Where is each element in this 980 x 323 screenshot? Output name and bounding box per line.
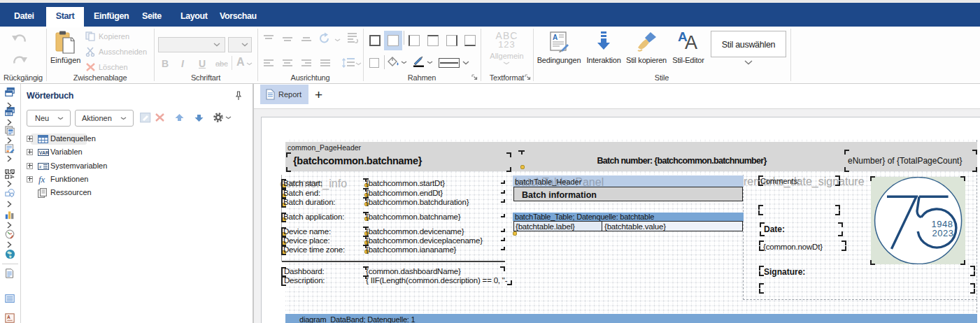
svg-text:VAR: VAR <box>39 150 49 155</box>
svg-text:x: x <box>38 163 42 169</box>
svg-text:A: A <box>553 34 558 41</box>
svg-text:2023: 2023 <box>932 228 954 238</box>
svg-text:A: A <box>7 315 10 320</box>
